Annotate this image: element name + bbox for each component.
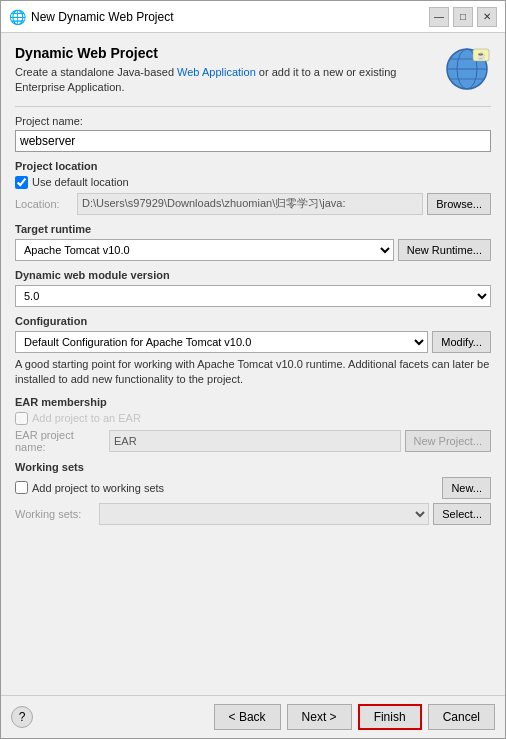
help-button[interactable]: ? bbox=[11, 706, 33, 728]
location-row: Location: Browse... bbox=[15, 193, 491, 215]
project-name-label: Project name: bbox=[15, 115, 491, 127]
target-runtime-dropdown[interactable]: Apache Tomcat v10.0 bbox=[15, 239, 394, 261]
new-working-set-button[interactable]: New... bbox=[442, 477, 491, 499]
minimize-button[interactable]: — bbox=[429, 7, 449, 27]
configuration-description: A good starting point for working with A… bbox=[15, 357, 491, 388]
new-runtime-button[interactable]: New Runtime... bbox=[398, 239, 491, 261]
new-project-button[interactable]: New Project... bbox=[405, 430, 491, 452]
working-sets-group: Working sets Add project to working sets… bbox=[15, 461, 491, 525]
close-button[interactable]: ✕ bbox=[477, 7, 497, 27]
ear-project-input bbox=[109, 430, 401, 452]
window-title: New Dynamic Web Project bbox=[31, 10, 174, 24]
ear-name-row: EAR project name: New Project... bbox=[15, 429, 491, 453]
ear-checkbox-row: Add project to an EAR bbox=[15, 412, 491, 425]
maximize-button[interactable]: □ bbox=[453, 7, 473, 27]
browse-button[interactable]: Browse... bbox=[427, 193, 491, 215]
default-location-label: Use default location bbox=[32, 176, 129, 188]
svg-text:☕: ☕ bbox=[476, 50, 486, 60]
location-label: Location: bbox=[15, 198, 73, 210]
working-sets-checkbox[interactable] bbox=[15, 481, 28, 494]
title-bar-controls: — □ ✕ bbox=[429, 7, 497, 27]
next-button[interactable]: Next > bbox=[287, 704, 352, 730]
finish-button[interactable]: Finish bbox=[358, 704, 422, 730]
default-location-row: Use default location bbox=[15, 176, 491, 189]
module-version-dropdown[interactable]: 5.0 4.0 3.1 3.0 2.5 bbox=[15, 285, 491, 307]
page-title: Dynamic Web Project bbox=[15, 45, 433, 61]
ear-checkbox-label: Add project to an EAR bbox=[32, 412, 141, 424]
header-section: Dynamic Web Project Create a standalone … bbox=[15, 45, 491, 96]
target-runtime-row: Apache Tomcat v10.0 New Runtime... bbox=[15, 239, 491, 261]
location-input bbox=[77, 193, 423, 215]
target-runtime-group: Target runtime Apache Tomcat v10.0 New R… bbox=[15, 223, 491, 261]
project-location-title: Project location bbox=[15, 160, 491, 172]
default-location-checkbox[interactable] bbox=[15, 176, 28, 189]
configuration-title: Configuration bbox=[15, 315, 491, 327]
page-description: Create a standalone Java-based Web Appli… bbox=[15, 65, 433, 96]
working-sets-title: Working sets bbox=[15, 461, 491, 473]
configuration-dropdown[interactable]: Default Configuration for Apache Tomcat … bbox=[15, 331, 428, 353]
main-window: 🌐 New Dynamic Web Project — □ ✕ Dynamic … bbox=[0, 0, 506, 739]
title-bar-left: 🌐 New Dynamic Web Project bbox=[9, 9, 174, 25]
modify-button[interactable]: Modify... bbox=[432, 331, 491, 353]
globe-icon: ☕ bbox=[443, 45, 491, 93]
ear-membership-group: EAR membership Add project to an EAR EAR… bbox=[15, 396, 491, 453]
ear-project-label: EAR project name: bbox=[15, 429, 105, 453]
configuration-group: Configuration Default Configuration for … bbox=[15, 315, 491, 388]
select-working-set-button[interactable]: Select... bbox=[433, 503, 491, 525]
working-sets-checkbox-label: Add project to working sets bbox=[32, 482, 164, 494]
project-name-input[interactable] bbox=[15, 130, 491, 152]
cancel-button[interactable]: Cancel bbox=[428, 704, 495, 730]
dialog-content: Dynamic Web Project Create a standalone … bbox=[1, 33, 505, 695]
working-sets-label: Working sets: bbox=[15, 508, 95, 520]
dialog-footer: ? < Back Next > Finish Cancel bbox=[1, 695, 505, 738]
title-bar: 🌐 New Dynamic Web Project — □ ✕ bbox=[1, 1, 505, 33]
working-sets-dropdown[interactable] bbox=[99, 503, 429, 525]
ear-membership-title: EAR membership bbox=[15, 396, 491, 408]
back-button[interactable]: < Back bbox=[214, 704, 281, 730]
module-version-title: Dynamic web module version bbox=[15, 269, 491, 281]
project-location-group: Project location Use default location Lo… bbox=[15, 160, 491, 215]
configuration-row: Default Configuration for Apache Tomcat … bbox=[15, 331, 491, 353]
header-divider bbox=[15, 106, 491, 107]
window-icon: 🌐 bbox=[9, 9, 25, 25]
footer-right: < Back Next > Finish Cancel bbox=[214, 704, 495, 730]
footer-left: ? bbox=[11, 706, 33, 728]
working-sets-row: Working sets: Select... bbox=[15, 503, 491, 525]
target-runtime-title: Target runtime bbox=[15, 223, 491, 235]
ear-checkbox[interactable] bbox=[15, 412, 28, 425]
project-name-group: Project name: bbox=[15, 115, 491, 152]
module-version-group: Dynamic web module version 5.0 4.0 3.1 3… bbox=[15, 269, 491, 307]
header-text: Dynamic Web Project Create a standalone … bbox=[15, 45, 433, 96]
working-sets-checkbox-row: Add project to working sets bbox=[15, 481, 164, 494]
web-app-link[interactable]: Web Application bbox=[177, 66, 256, 78]
